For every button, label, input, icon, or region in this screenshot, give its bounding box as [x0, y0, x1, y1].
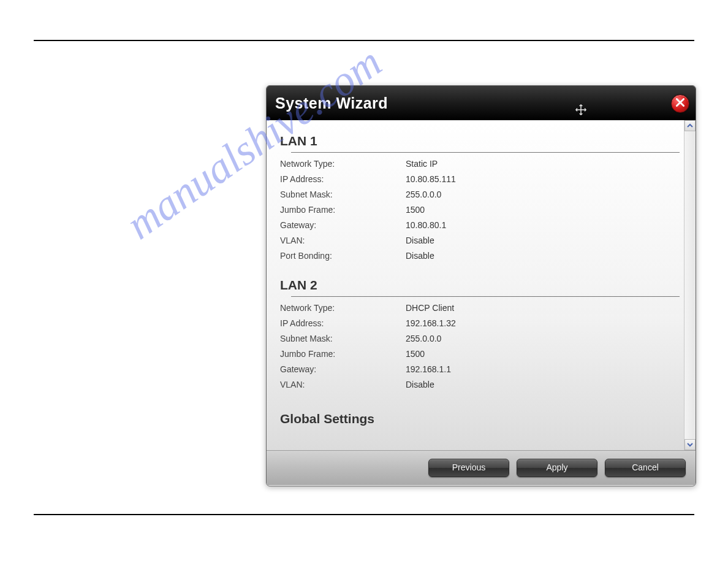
page-top-rule: [34, 40, 694, 41]
lan1-jumbo-frame-row: Jumbo Frame: 1500: [280, 205, 691, 215]
section-title-lan2: LAN 2: [280, 278, 691, 293]
close-button[interactable]: [671, 94, 689, 113]
field-value: Disable: [406, 380, 434, 389]
field-label: IP Address:: [280, 174, 406, 184]
move-icon[interactable]: [574, 103, 588, 117]
chevron-up-icon: [687, 120, 693, 131]
field-label: Jumbo Frame:: [280, 205, 406, 215]
lan1-vlan-row: VLAN: Disable: [280, 236, 691, 245]
section-divider: [291, 296, 680, 297]
dialog-body: LAN 1 Network Type: Static IP IP Address…: [267, 120, 696, 450]
lan2-gateway-row: Gateway: 192.168.1.1: [280, 364, 691, 374]
field-value: 255.0.0.0: [406, 190, 441, 199]
field-label: Jumbo Frame:: [280, 349, 406, 359]
lan1-port-bonding-row: Port Bonding: Disable: [280, 251, 691, 261]
field-label: VLAN:: [280, 236, 406, 245]
scroll-up-button[interactable]: [684, 120, 696, 131]
dialog-titlebar[interactable]: System Wizard: [267, 86, 696, 120]
lan1-subnet-mask-row: Subnet Mask: 255.0.0.0: [280, 190, 691, 199]
previous-button[interactable]: Previous: [428, 459, 509, 477]
field-value: 192.168.1.1: [406, 364, 451, 374]
field-value: Disable: [406, 251, 434, 261]
dialog-footer: Previous Apply Cancel: [267, 450, 696, 485]
field-label: VLAN:: [280, 380, 406, 389]
field-value: Disable: [406, 236, 434, 245]
lan1-gateway-row: Gateway: 10.80.80.1: [280, 220, 691, 230]
system-wizard-dialog: System Wizard: [266, 85, 696, 486]
field-label: Subnet Mask:: [280, 334, 406, 343]
apply-button[interactable]: Apply: [517, 459, 597, 477]
field-value: 1500: [406, 349, 425, 359]
field-value: Static IP: [406, 159, 438, 169]
field-value: 255.0.0.0: [406, 334, 441, 343]
lan2-ip-address-row: IP Address: 192.168.1.32: [280, 318, 691, 328]
scroll-down-button[interactable]: [684, 439, 696, 450]
section-title-global: Global Settings: [280, 412, 691, 426]
lan2-jumbo-frame-row: Jumbo Frame: 1500: [280, 349, 691, 359]
field-label: Network Type:: [280, 159, 406, 169]
dialog-title: System Wizard: [275, 94, 388, 112]
field-label: Gateway:: [280, 220, 406, 230]
field-value: 10.80.85.111: [406, 174, 456, 184]
close-icon: [676, 98, 684, 109]
chevron-down-icon: [687, 439, 693, 450]
field-value: 1500: [406, 205, 425, 215]
field-label: Gateway:: [280, 364, 406, 374]
page-bottom-rule: [34, 514, 694, 515]
lan1-ip-address-row: IP Address: 10.80.85.111: [280, 174, 691, 184]
section-title-lan1: LAN 1: [280, 134, 691, 148]
vertical-scrollbar[interactable]: [684, 120, 696, 450]
lan1-network-type-row: Network Type: Static IP: [280, 159, 691, 169]
cancel-button[interactable]: Cancel: [605, 459, 686, 477]
field-label: Subnet Mask:: [280, 190, 406, 199]
field-value: 192.168.1.32: [406, 318, 456, 328]
scroll-content: LAN 1 Network Type: Static IP IP Address…: [267, 120, 691, 453]
field-value: 10.80.80.1: [406, 220, 446, 230]
field-label: IP Address:: [280, 318, 406, 328]
field-label: Network Type:: [280, 303, 406, 313]
lan2-subnet-mask-row: Subnet Mask: 255.0.0.0: [280, 334, 691, 343]
field-value: DHCP Client: [406, 303, 454, 313]
lan2-vlan-row: VLAN: Disable: [280, 380, 691, 389]
section-divider: [291, 152, 680, 153]
field-label: Port Bonding:: [280, 251, 406, 261]
lan2-network-type-row: Network Type: DHCP Client: [280, 303, 691, 313]
